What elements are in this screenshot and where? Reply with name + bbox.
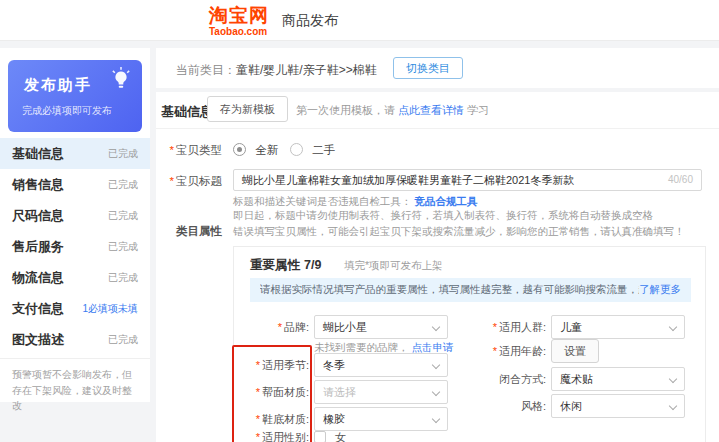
- sidebar-warning-note: 预警项暂不会影响发布，但存在下架风险，建议及时整改: [0, 358, 150, 414]
- sidebar-item-logistics-info[interactable]: 物流信息 已完成: [0, 262, 150, 293]
- upper-material-label: 帮面材质:: [234, 380, 309, 404]
- gender-option-female[interactable]: 女: [314, 430, 346, 442]
- section-title: 基础信息: [161, 103, 213, 121]
- style-value: 休闲: [560, 395, 582, 417]
- app-header: 淘宝网 Taobao.com 商品发布: [0, 0, 719, 41]
- sidebar-item-label: 售后服务: [12, 238, 64, 256]
- crowd-value: 儿童: [560, 316, 582, 338]
- compliance-tool-link[interactable]: 竞品合规工具: [414, 195, 477, 207]
- view-details-link[interactable]: 点此查看详情: [398, 104, 464, 116]
- bulb-icon: [108, 66, 134, 92]
- current-category: 当前类目：童鞋/婴儿鞋/亲子鞋>>棉鞋: [176, 62, 377, 79]
- chevron-down-icon: [432, 415, 440, 423]
- checkbox-icon[interactable]: [314, 431, 326, 442]
- sidebar-item-size-info[interactable]: 尺码信息 已完成: [0, 200, 150, 231]
- basic-info-panel: 基础信息 存为新模板 第一次使用模板，请 点此查看详情 学习 宝贝类型 全新 二…: [156, 92, 719, 442]
- sole-material-select[interactable]: 橡胶: [314, 407, 448, 431]
- radio-label: 全新: [255, 144, 278, 156]
- sole-material-value: 橡胶: [323, 408, 345, 430]
- radio-checked-icon[interactable]: [233, 143, 246, 156]
- sidebar-item-label: 基础信息: [12, 145, 64, 163]
- upper-material-placeholder: 请选择: [323, 381, 356, 403]
- season-select[interactable]: 冬季: [314, 353, 448, 377]
- chevron-down-icon: [432, 388, 440, 396]
- item-type-row: 宝贝类型 全新 二手: [156, 138, 719, 162]
- sidebar-item-label: 销售信息: [12, 176, 64, 194]
- crowd-label: 适用人群:: [466, 315, 546, 339]
- season-label: 适用季节:: [234, 353, 309, 377]
- item-title-input[interactable]: 蝴比小星儿童棉鞋女童加绒加厚保暖鞋男童鞋子二棉鞋2021冬季新款 40/60: [233, 169, 702, 191]
- closure-value: 魔术贴: [560, 368, 593, 390]
- category-attr-label: 类目属性: [156, 222, 222, 240]
- crowd-select[interactable]: 儿童: [551, 315, 685, 339]
- save-as-template-button[interactable]: 存为新模板: [207, 96, 288, 122]
- upper-material-select[interactable]: 请选择: [314, 380, 448, 404]
- compliance-tool-line: 标题和描述关键词是否违规自检工具： 竞品合规工具: [233, 195, 477, 209]
- status-badge: 已完成: [108, 333, 138, 347]
- sidebar-item-payment-info[interactable]: 支付信息 1必填项未填: [0, 293, 150, 324]
- template-tip: 第一次使用模板，请 点此查看详情 学习: [296, 103, 489, 118]
- page-title: 商品发布: [282, 12, 338, 30]
- apply-brand-link[interactable]: 点击申请: [411, 341, 453, 353]
- category-label: 当前类目：: [176, 63, 236, 77]
- chevron-down-icon: [669, 375, 677, 383]
- closure-select[interactable]: 魔术贴: [551, 367, 685, 391]
- category-attr-row: 类目属性 错误填写宝贝属性，可能会引起宝贝下架或搜索流量减少，影响您的正常销售，…: [156, 222, 719, 240]
- tool-line-prefix: 标题和描述关键词是否违规自检工具：: [233, 195, 412, 207]
- status-badge: 已完成: [108, 178, 138, 192]
- brand-select[interactable]: 蝴比小星: [314, 315, 448, 339]
- sidebar: 发布助手 完成必填项即可发布 基础信息 已完成 销售信息 已完成 尺码信息: [0, 48, 150, 402]
- learn-more-link[interactable]: 了解更多: [639, 283, 681, 297]
- item-type-label: 宝贝类型: [156, 138, 222, 162]
- checkbox-label: 女: [335, 431, 346, 442]
- radio-unchecked-icon[interactable]: [290, 143, 303, 156]
- category-bar: 当前类目：童鞋/婴儿鞋/亲子鞋>>棉鞋 切换类目: [156, 48, 719, 88]
- divider: [156, 128, 719, 129]
- taobao-logo[interactable]: 淘宝网 Taobao.com: [209, 6, 269, 37]
- brand-help-text: 未找到需要的品牌，: [314, 341, 409, 353]
- assistant-title: 发布助手: [24, 76, 92, 95]
- style-select[interactable]: 休闲: [551, 394, 685, 418]
- sidebar-item-description[interactable]: 图文描述 已完成: [0, 324, 150, 355]
- item-title-label: 宝贝标题: [156, 169, 222, 193]
- status-badge: 已完成: [108, 240, 138, 254]
- publish-assistant-card[interactable]: 发布助手 完成必填项即可发布: [8, 60, 142, 132]
- card-count: 7/9: [304, 258, 321, 272]
- sidebar-item-label: 物流信息: [12, 269, 64, 287]
- radio-option-new[interactable]: 全新: [233, 138, 278, 162]
- tab-character-tip: 即日起，标题中请勿使用制表符、换行符，若填入制表符、换行符，系统将自动替换成空格: [233, 209, 653, 223]
- status-badge: 已完成: [108, 209, 138, 223]
- sidebar-item-sales-info[interactable]: 销售信息 已完成: [0, 169, 150, 200]
- assistant-subtitle: 完成必填项即可发布: [22, 104, 112, 118]
- radio-option-secondhand[interactable]: 二手: [290, 138, 335, 162]
- season-value: 冬季: [323, 354, 345, 376]
- card-title-text: 重要属性: [250, 258, 300, 272]
- attrs-hint-banner: 请根据实际情况填写产品的重要属性，填写属性越完整，越有可能影响搜索流量，越有机会…: [250, 278, 691, 302]
- product-publish-page: 淘宝网 Taobao.com 商品发布 发布助手 完成必填项即可发布 基础信息 …: [0, 0, 719, 442]
- brand-label: 品牌:: [234, 315, 309, 339]
- logo-subtext: Taobao.com: [209, 26, 269, 37]
- card-title: 重要属性7/9: [250, 257, 321, 274]
- template-tip-prefix: 第一次使用模板，请: [296, 104, 395, 116]
- status-badge: 已完成: [108, 147, 138, 161]
- sidebar-item-basic-info[interactable]: 基础信息 已完成: [0, 138, 150, 169]
- age-set-button[interactable]: 设置: [551, 339, 599, 363]
- chevron-down-icon: [432, 323, 440, 331]
- age-label: 适用年龄:: [466, 339, 546, 363]
- radio-label: 二手: [312, 144, 335, 156]
- switch-category-button[interactable]: 切换类目: [393, 57, 463, 79]
- sidebar-menu: 基础信息 已完成 销售信息 已完成 尺码信息 已完成 售后服务 已完成 物流信息…: [0, 138, 150, 355]
- status-badge: 1必填项未填: [82, 302, 138, 316]
- closure-label: 闭合方式:: [466, 367, 546, 391]
- brand-value: 蝴比小星: [323, 316, 367, 338]
- template-tip-suffix: 学习: [467, 104, 489, 116]
- chevron-down-icon: [669, 402, 677, 410]
- sidebar-item-label: 图文描述: [12, 331, 64, 349]
- status-badge: 已完成: [108, 271, 138, 285]
- important-attrs-card: 重要属性7/9 填完*项即可发布上架 请根据实际情况填写产品的重要属性，填写属性…: [233, 246, 706, 442]
- category-attr-tip: 错误填写宝贝属性，可能会引起宝贝下架或搜索流量减少，影响您的正常销售，请认真准确…: [233, 222, 685, 240]
- sidebar-item-label: 支付信息: [12, 300, 64, 318]
- sidebar-item-after-sales[interactable]: 售后服务 已完成: [0, 231, 150, 262]
- item-title-value: 蝴比小星儿童棉鞋女童加绒加厚保暖鞋男童鞋子二棉鞋2021冬季新款: [242, 170, 574, 190]
- sidebar-item-label: 尺码信息: [12, 207, 64, 225]
